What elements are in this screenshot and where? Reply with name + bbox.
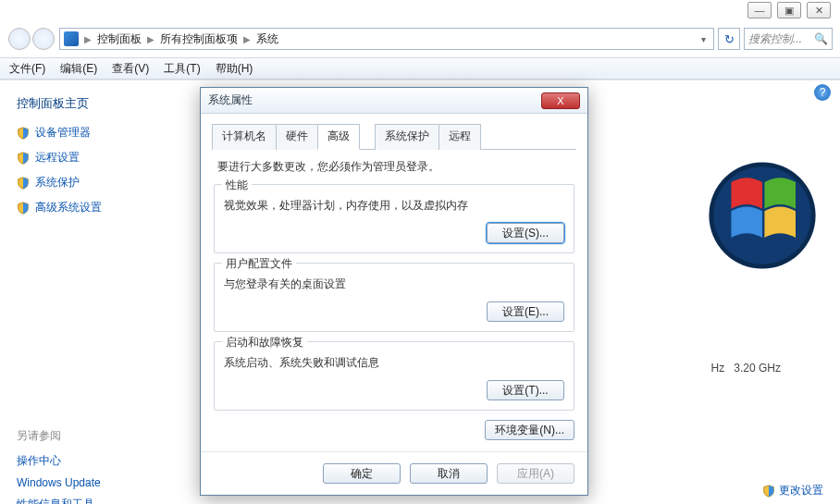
- dialog-titlebar[interactable]: 系统属性 X: [201, 88, 587, 114]
- menu-tools[interactable]: 工具(T): [164, 61, 200, 77]
- group-desc: 系统启动、系统失败和调试信息: [224, 355, 564, 371]
- footer-link-action-center[interactable]: 操作中心: [17, 453, 168, 469]
- search-placeholder: 搜索控制...: [748, 31, 802, 47]
- tab-advanced[interactable]: 高级: [317, 124, 360, 150]
- group-title: 启动和故障恢复: [222, 335, 307, 350]
- nav-back-forward[interactable]: [7, 26, 56, 52]
- dialog-title: 系统属性: [208, 92, 253, 108]
- shield-icon: [17, 152, 30, 165]
- chevron-right-icon: ▶: [84, 34, 92, 44]
- dialog-footer: 确定 取消 应用(A): [201, 451, 587, 495]
- sidebar-item-label: 远程设置: [35, 150, 80, 166]
- menu-bar: 文件(F) 编辑(E) 查看(V) 工具(T) 帮助(H): [0, 57, 840, 80]
- group-title: 性能: [222, 178, 252, 193]
- menu-view[interactable]: 查看(V): [112, 61, 149, 77]
- sidebar-item-label: 高级系统设置: [35, 200, 102, 215]
- breadcrumb[interactable]: ▶ 控制面板 ▶ 所有控制面板项 ▶ 系统 ▾: [59, 28, 714, 50]
- nav-forward-icon[interactable]: [32, 28, 55, 50]
- search-input[interactable]: 搜索控制... 🔍: [744, 28, 833, 50]
- shield-icon: [762, 485, 775, 498]
- group-startup-recovery: 启动和故障恢复 系统启动、系统失败和调试信息 设置(T)...: [214, 341, 574, 411]
- sidebar: 控制面板主页 设备管理器 远程设置 系统保护 高级系统设置 另请参阅 操作中心 …: [0, 80, 185, 502]
- chevron-right-icon: ▶: [243, 34, 251, 44]
- footer-link-windows-update[interactable]: Windows Update: [17, 476, 168, 489]
- breadcrumb-dropdown-icon[interactable]: ▾: [698, 34, 710, 44]
- shield-icon: [17, 177, 30, 190]
- cpu-hz-label: Hz: [711, 362, 725, 375]
- search-icon[interactable]: 🔍: [814, 32, 828, 45]
- group-user-profiles: 用户配置文件 与您登录有关的桌面设置 设置(E)...: [214, 263, 574, 332]
- sidebar-item-label: 系统保护: [35, 175, 80, 191]
- group-title: 用户配置文件: [222, 256, 296, 272]
- help-icon[interactable]: ?: [814, 84, 831, 101]
- menu-file[interactable]: 文件(F): [9, 61, 45, 77]
- window-close-button[interactable]: ✕: [807, 2, 831, 18]
- cancel-button[interactable]: 取消: [410, 463, 488, 484]
- cpu-ghz-value: 3.20 GHz: [734, 362, 781, 375]
- startup-recovery-settings-button[interactable]: 设置(T)...: [487, 380, 564, 400]
- apply-button[interactable]: 应用(A): [497, 463, 574, 484]
- dialog-tabs: 计算机名 硬件 高级 系统保护 远程: [212, 123, 576, 150]
- breadcrumb-seg-2[interactable]: 系统: [256, 31, 278, 47]
- user-profiles-settings-button[interactable]: 设置(E)...: [487, 301, 564, 322]
- cpu-info: Hz 3.20 GHz: [711, 362, 781, 375]
- breadcrumb-seg-0[interactable]: 控制面板: [97, 31, 142, 47]
- tab-gap: [359, 124, 376, 150]
- menu-help[interactable]: 帮助(H): [216, 61, 253, 77]
- sidebar-link-remote[interactable]: 远程设置: [17, 150, 168, 166]
- windows-logo-icon: [707, 160, 818, 274]
- group-desc: 与您登录有关的桌面设置: [224, 277, 564, 292]
- change-settings-label: 更改设置: [779, 483, 823, 498]
- footer-link-performance[interactable]: 性能信息和工具: [17, 497, 168, 504]
- admin-note: 要进行大多数更改，您必须作为管理员登录。: [217, 159, 571, 175]
- environment-variables-button[interactable]: 环境变量(N)...: [485, 420, 574, 440]
- location-icon: [64, 31, 79, 46]
- tab-computer-name[interactable]: 计算机名: [212, 124, 277, 150]
- ok-button[interactable]: 确定: [323, 463, 401, 484]
- refresh-icon: ↻: [724, 32, 735, 46]
- system-properties-dialog: 系统属性 X 计算机名 硬件 高级 系统保护 远程 要进行大多数更改，您必须作为…: [200, 87, 588, 496]
- group-performance: 性能 视觉效果，处理器计划，内存使用，以及虚拟内存 设置(S)...: [214, 184, 574, 253]
- refresh-button[interactable]: ↻: [718, 28, 740, 50]
- dialog-close-button[interactable]: X: [541, 92, 580, 109]
- tab-system-protection[interactable]: 系统保护: [375, 124, 439, 150]
- nav-back-icon[interactable]: [8, 28, 31, 50]
- chevron-right-icon: ▶: [147, 34, 154, 44]
- window-maximize-button[interactable]: ▣: [777, 2, 801, 18]
- shield-icon: [17, 127, 30, 140]
- sidebar-item-label: 设备管理器: [35, 125, 91, 141]
- window-minimize-button[interactable]: —: [747, 2, 772, 18]
- sidebar-link-device-manager[interactable]: 设备管理器: [17, 125, 168, 141]
- menu-edit[interactable]: 编辑(E): [60, 61, 97, 77]
- breadcrumb-seg-1[interactable]: 所有控制面板项: [160, 31, 238, 47]
- sidebar-link-advanced[interactable]: 高级系统设置: [17, 200, 168, 215]
- shield-icon: [17, 202, 30, 215]
- group-desc: 视觉效果，处理器计划，内存使用，以及虚拟内存: [224, 198, 564, 214]
- change-settings-link[interactable]: 更改设置: [762, 483, 823, 498]
- sidebar-title: 控制面板主页: [17, 95, 168, 112]
- sidebar-link-protection[interactable]: 系统保护: [17, 175, 168, 191]
- see-also-heading: 另请参阅: [17, 428, 168, 444]
- tab-remote[interactable]: 远程: [439, 124, 481, 150]
- performance-settings-button[interactable]: 设置(S)...: [487, 223, 564, 243]
- tab-hardware[interactable]: 硬件: [276, 124, 318, 150]
